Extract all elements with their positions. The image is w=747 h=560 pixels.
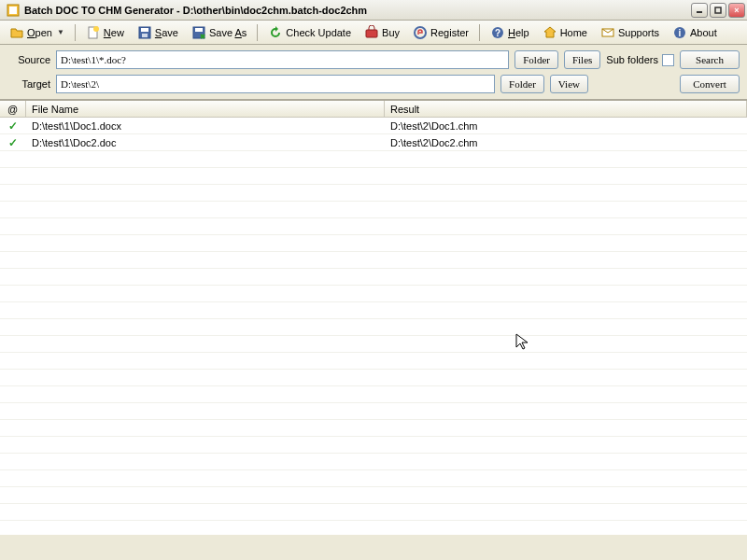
separator [479, 24, 480, 41]
svg-text:i: i [679, 28, 682, 38]
svg-rect-7 [141, 28, 148, 32]
toolbar: Open ▼ New Save Save As Check Update Buy… [0, 21, 747, 45]
table-row [0, 336, 747, 353]
source-files-button[interactable]: Files [564, 50, 600, 69]
check-icon: ✓ [8, 136, 18, 149]
saveas-icon [191, 25, 206, 40]
cell-result: D:\test\2\Doc2.chm [385, 137, 747, 148]
minimize-button[interactable] [691, 3, 708, 18]
open-button[interactable]: Open ▼ [4, 22, 70, 43]
target-view-button[interactable]: View [550, 75, 588, 93]
save-icon [137, 25, 152, 40]
close-button[interactable]: × [728, 3, 745, 18]
check-icon: ✓ [8, 119, 18, 133]
table-row [0, 454, 747, 470]
register-button[interactable]: Register [407, 22, 474, 43]
table-row[interactable]: ✓D:\test\1\Doc1.docxD:\test\2\Doc1.chm [0, 118, 747, 134]
supports-icon [600, 25, 615, 40]
buy-button[interactable]: Buy [359, 22, 405, 43]
svg-rect-10 [195, 28, 203, 32]
table-row [0, 353, 747, 370]
table-row [0, 168, 747, 185]
table-row [0, 185, 747, 202]
cell-filename: D:\test\1\Doc1.docx [26, 120, 385, 132]
new-button[interactable]: New [80, 22, 130, 43]
source-input[interactable] [56, 50, 509, 69]
dropdown-arrow-icon: ▼ [55, 28, 64, 36]
separator [75, 24, 76, 41]
svg-rect-1 [9, 7, 17, 14]
buy-icon [364, 25, 379, 40]
about-icon: i [672, 25, 687, 40]
table-row [0, 302, 747, 319]
help-icon: ? [490, 25, 505, 40]
svg-point-5 [93, 26, 99, 32]
home-icon [543, 25, 557, 40]
titlebar: Batch DOC TO CHM Generator - D:\other\bi… [0, 0, 747, 21]
table-row [0, 470, 747, 487]
supports-button[interactable]: Supports [595, 22, 665, 43]
checkupdate-button[interactable]: Check Update [262, 22, 357, 43]
table-row [0, 235, 747, 252]
app-icon [6, 3, 21, 18]
subfolders-checkbox[interactable] [662, 54, 674, 66]
table-row [0, 437, 747, 454]
table-row [0, 504, 747, 521]
saveas-button[interactable]: Save As [186, 22, 252, 43]
search-button[interactable]: Search [680, 50, 740, 69]
home-button[interactable]: Home [537, 22, 593, 43]
subfolders-label: Sub folders [606, 54, 658, 65]
svg-rect-3 [715, 7, 721, 13]
save-button[interactable]: Save [132, 22, 184, 43]
separator [257, 24, 258, 41]
table-row [0, 386, 747, 403]
table-row [0, 487, 747, 504]
target-input[interactable] [56, 75, 495, 93]
svg-rect-11 [366, 30, 377, 37]
convert-button[interactable]: Convert [680, 75, 740, 93]
new-file-icon [86, 25, 101, 40]
svg-text:?: ? [495, 28, 500, 38]
column-status[interactable]: @ [0, 101, 26, 117]
table-row [0, 151, 747, 168]
table-row [0, 370, 747, 386]
table-row [0, 286, 747, 302]
refresh-icon [268, 25, 283, 40]
list-header: @ File Name Result [0, 101, 747, 118]
table-row[interactable]: ✓D:\test\1\Doc2.docD:\test\2\Doc2.chm [0, 134, 747, 151]
file-list[interactable]: @ File Name Result ✓D:\test\1\Doc1.docxD… [0, 100, 747, 535]
about-button[interactable]: i About [667, 22, 723, 43]
table-row [0, 218, 747, 235]
target-folder-button[interactable]: Folder [500, 75, 544, 93]
register-icon [413, 25, 428, 40]
window-title: Batch DOC TO CHM Generator - D:\other\bi… [24, 5, 691, 16]
table-row [0, 269, 747, 286]
target-label: Target [7, 78, 50, 90]
maximize-button[interactable] [710, 3, 726, 18]
svg-rect-8 [142, 34, 148, 37]
column-filename[interactable]: File Name [26, 101, 385, 117]
cell-filename: D:\test\1\Doc2.doc [26, 137, 385, 148]
help-button[interactable]: ? Help [485, 22, 535, 43]
paths-panel: Source Folder Files Sub folders Search T… [0, 45, 747, 100]
source-folder-button[interactable]: Folder [514, 50, 558, 69]
table-row [0, 521, 747, 535]
table-row [0, 252, 747, 269]
column-result[interactable]: Result [385, 101, 747, 117]
open-folder-icon [9, 25, 24, 40]
source-label: Source [7, 54, 50, 65]
table-row [0, 202, 747, 218]
table-row [0, 403, 747, 420]
table-row [0, 420, 747, 437]
table-row [0, 319, 747, 336]
cell-result: D:\test\2\Doc1.chm [385, 120, 747, 132]
